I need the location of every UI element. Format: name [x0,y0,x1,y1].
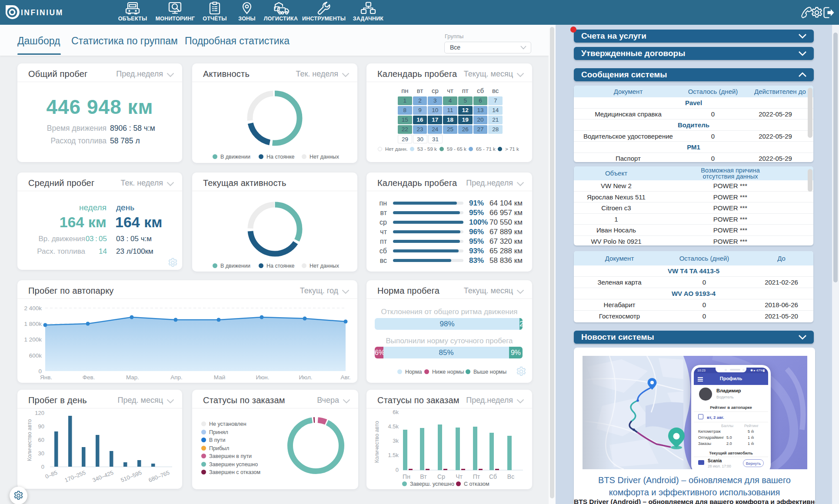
svg-text:1 200k: 1 200k [24,336,42,343]
svg-text:Фев.: Фев. [83,374,95,381]
svg-text:Мар.: Мар. [126,374,139,381]
svg-text:0: 0 [38,368,42,375]
svg-text:680–765: 680–765 [148,469,171,484]
svg-text:1.5k: 1.5k [388,452,399,458]
svg-text:170–255: 170–255 [64,469,87,484]
svg-text:Пт: Пт [473,473,480,480]
svg-text:600k: 600k [29,352,42,359]
svg-text:340–425: 340–425 [92,469,115,484]
svg-text:Количество авто: Количество авто [27,419,33,461]
svg-text:Янв.: Янв. [40,374,52,381]
svg-text:Май: Май [214,374,225,381]
svg-text:0: 0 [41,464,44,470]
svg-text:3k: 3k [393,438,399,444]
svg-text:Вт: Вт [420,473,427,480]
svg-text:Июл.: Июл. [299,374,312,381]
svg-text:4.5k: 4.5k [388,423,399,430]
svg-text:Апр.: Апр. [170,374,183,381]
svg-text:Чт: Чт [456,473,463,480]
svg-text:Авг.: Авг. [340,374,350,381]
svg-text:Ср: Ср [437,473,445,480]
svg-text:60: 60 [38,437,44,443]
svg-text:1 800k: 1 800k [24,321,42,327]
svg-text:510–595: 510–595 [120,469,143,484]
svg-text:90: 90 [38,423,44,430]
svg-text:Июн.: Июн. [256,374,269,381]
svg-text:6k: 6k [393,409,399,415]
svg-text:120: 120 [35,410,44,416]
svg-text:Пн: Пн [403,473,410,480]
svg-text:2 400k: 2 400k [24,305,42,312]
svg-text:30: 30 [38,450,44,457]
svg-text:0–85: 0–85 [44,469,58,480]
svg-text:Сб: Сб [489,473,497,480]
svg-text:Вс: Вс [507,473,514,480]
svg-text:Количество авто: Количество авто [374,421,380,463]
svg-text:0: 0 [396,467,399,473]
